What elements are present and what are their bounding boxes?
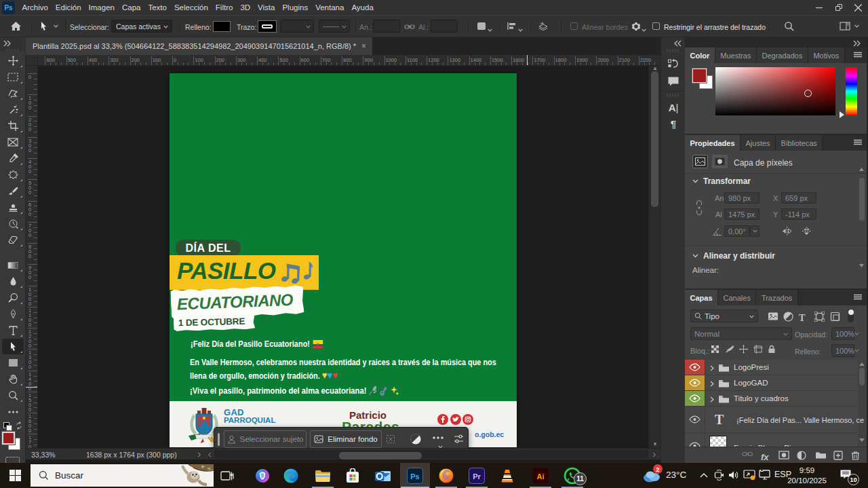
tab-motivos[interactable]: Motivos — [808, 48, 845, 63]
taskbar-app-illustrator[interactable]: Ai — [526, 463, 555, 488]
color-field[interactable] — [715, 67, 835, 115]
layers-link-layers-icon[interactable] — [742, 451, 753, 457]
layer-visibility-cell[interactable] — [685, 433, 705, 447]
restore-button[interactable] — [829, 0, 848, 15]
vertical-scrollbar-thumb[interactable] — [651, 71, 658, 207]
select-mode-dropdown[interactable]: Capas activas — [111, 20, 172, 33]
workspace-chevron-icon[interactable] — [854, 24, 859, 28]
align-collapse-icon[interactable] — [692, 254, 698, 258]
taskbar-app-store[interactable] — [338, 463, 368, 488]
document-tab[interactable]: Plantilla 2025.psd al 33,3% (504664122_5… — [26, 37, 372, 55]
tab-bibliotecas[interactable]: Bibliotecas — [776, 135, 823, 151]
weather-temp[interactable]: 23°C — [666, 470, 686, 480]
filter-toggle[interactable] — [848, 309, 854, 322]
layer-filter-adjustment-icon[interactable] — [783, 312, 793, 322]
properties-panel-menu-icon[interactable] — [853, 139, 863, 145]
menu-vista[interactable]: Vista — [254, 0, 279, 15]
tool-clone-stamp-tool[interactable] — [2, 200, 24, 215]
horizontal-ruler[interactable]: 6005004003002001000100200300400500600700… — [26, 55, 660, 66]
history-panel-icon[interactable] — [667, 58, 680, 71]
flip-vertical-icon[interactable] — [802, 227, 812, 236]
layer-lock-transparency-icon[interactable] — [711, 345, 719, 354]
menu-ayuda[interactable]: Ayuda — [348, 0, 377, 15]
expand-panels-icon[interactable] — [853, 40, 861, 47]
tool-lasso-tool[interactable] — [2, 86, 24, 101]
minimize-button[interactable] — [809, 0, 829, 15]
taskbar-app-vlc[interactable] — [492, 463, 522, 488]
tab-canales[interactable]: Canales — [718, 290, 756, 305]
layer-lock-artboard-icon[interactable] — [753, 345, 763, 354]
menu-archivo[interactable]: Archivo — [18, 0, 52, 15]
tool-brush-tool[interactable] — [2, 183, 24, 199]
constrain-checkbox[interactable] — [652, 22, 660, 30]
tool-healing-brush-tool[interactable] — [2, 167, 24, 183]
flip-horizontal-icon[interactable] — [782, 227, 792, 236]
layer-row-5[interactable]: Franja Blanca Pie — [685, 433, 858, 447]
layers-new-group-icon[interactable] — [815, 451, 827, 459]
taskbar-app-file-explorer[interactable] — [308, 463, 338, 488]
tray-network-icon[interactable] — [759, 470, 771, 480]
path-align-chevron-icon[interactable] — [518, 29, 523, 32]
horizontal-scrollbar-thumb[interactable] — [339, 452, 422, 459]
swap-colors-icon[interactable] — [15, 421, 23, 430]
tool-dodge-tool[interactable] — [2, 290, 24, 305]
tray-cast-icon[interactable] — [743, 470, 755, 480]
panel-foreground-swatch[interactable] — [692, 69, 707, 83]
taskbar-app-copilot[interactable] — [248, 463, 277, 488]
layer-visibility-cell[interactable] — [685, 391, 705, 406]
tool-zoom-tool[interactable] — [2, 388, 24, 403]
layers-new-adjustment-icon[interactable] — [797, 451, 806, 460]
scroll-down-icon[interactable] — [859, 264, 864, 267]
tray-camera-icon[interactable] — [713, 470, 725, 481]
hscroll-left-icon[interactable] — [208, 452, 212, 457]
properties-scrollbar[interactable] — [859, 175, 865, 270]
vertical-scrollbar[interactable]: ▲ ▼ — [648, 66, 660, 448]
active-tool-indicator[interactable] — [40, 16, 47, 37]
path-operations-icon[interactable] — [477, 16, 486, 37]
properties-scrollbar-thumb[interactable] — [859, 178, 865, 221]
scroll-up-icon[interactable] — [859, 168, 864, 171]
document-tab-close-icon[interactable]: × — [361, 41, 366, 51]
layer-lock-pixels-icon[interactable] — [725, 345, 734, 354]
tool-type-tool[interactable] — [2, 322, 24, 338]
tray-clock[interactable]: 9:5920/10/2025 — [783, 466, 831, 486]
layer-visibility-cell[interactable] — [685, 407, 705, 432]
scroll-down-icon[interactable]: ▼ — [652, 441, 658, 447]
tool-pen-tool[interactable] — [2, 306, 24, 322]
remove-background-button[interactable]: Eliminar fondo — [310, 430, 382, 448]
color-panel-menu-icon[interactable] — [853, 52, 863, 58]
mask-icon[interactable] — [712, 155, 728, 168]
layers-scroll-up-icon[interactable] — [859, 362, 865, 366]
layer-filter-shape-icon[interactable] — [814, 312, 825, 322]
tool-preset-chevron-icon[interactable] — [54, 24, 58, 28]
tab-propiedades[interactable]: Propiedades — [685, 135, 741, 151]
layers-layer-style-icon[interactable]: fx — [761, 451, 769, 463]
poster-document[interactable]: GADPARROQUIALPatricioParedeso.gob.ecDÍA … — [170, 73, 517, 447]
layers-new-layer-icon[interactable] — [833, 451, 843, 460]
gear-icon[interactable] — [631, 16, 642, 37]
tool-magic-wand-tool[interactable] — [2, 102, 24, 117]
menu-edicion[interactable]: Edición — [52, 0, 85, 15]
tool-gradient-tool[interactable] — [2, 257, 24, 273]
layers-scrollbar-thumb[interactable] — [859, 368, 865, 386]
more-icon[interactable] — [433, 436, 443, 439]
layer-row-3[interactable]: Titulo y cuadros — [685, 391, 858, 407]
close-button[interactable] — [848, 0, 868, 15]
foreground-color-swatch[interactable] — [2, 432, 15, 445]
search-icon[interactable] — [784, 16, 794, 37]
pixel-layer-icon[interactable] — [692, 155, 708, 168]
collapse-panels-icon[interactable] — [673, 40, 682, 47]
layer-lock-all-icon[interactable] — [768, 345, 776, 354]
comments-panel-icon[interactable] — [667, 75, 680, 88]
zoom-level[interactable]: 33,33% — [31, 451, 56, 459]
hscroll-right-icon[interactable] — [652, 452, 656, 457]
drag-handle[interactable] — [218, 433, 220, 446]
menu-plugins[interactable]: Plugins — [279, 0, 312, 15]
layer-filter-image-icon[interactable] — [768, 312, 778, 321]
layers-panel-menu-icon[interactable] — [853, 294, 863, 300]
search-box[interactable]: Buscar — [31, 464, 214, 487]
group-expand-icon[interactable] — [710, 381, 714, 387]
taskbar-app-firefox[interactable] — [431, 463, 461, 488]
start-button[interactable] — [0, 463, 30, 488]
scroll-up-icon[interactable]: ▲ — [652, 65, 658, 71]
